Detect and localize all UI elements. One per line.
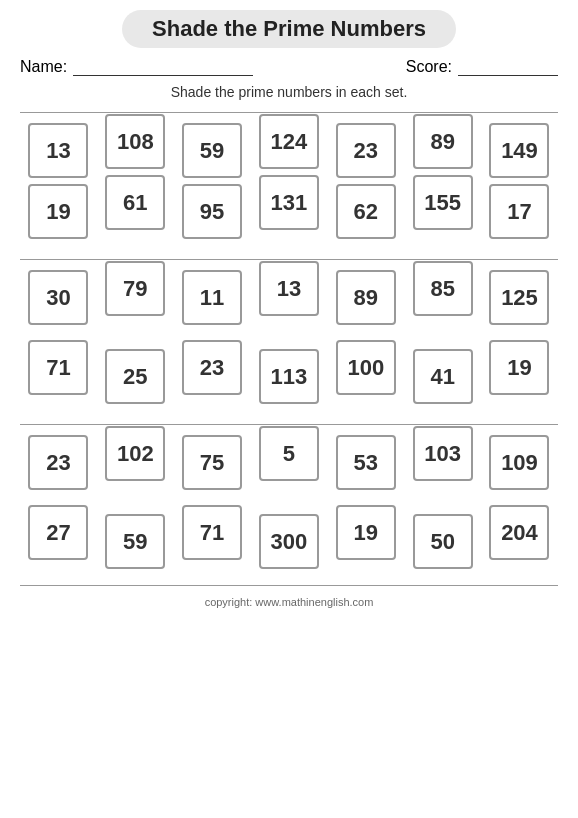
score-input-line: [458, 58, 558, 76]
copyright-text: copyright: www.mathinenglish.com: [20, 596, 558, 608]
number-box[interactable]: 155: [413, 175, 473, 230]
section-2: 3079111389851257125231131004119: [20, 259, 558, 420]
number-box[interactable]: 108: [105, 114, 165, 169]
number-box[interactable]: 300: [259, 514, 319, 569]
number-box[interactable]: 23: [182, 340, 242, 395]
number-box[interactable]: 125: [489, 270, 549, 325]
number-box[interactable]: 71: [182, 505, 242, 560]
number-box[interactable]: 102: [105, 426, 165, 481]
number-box[interactable]: 79: [105, 261, 165, 316]
number-box[interactable]: 85: [413, 261, 473, 316]
number-box[interactable]: 53: [336, 435, 396, 490]
number-box[interactable]: 100: [336, 340, 396, 395]
name-label: Name:: [20, 58, 67, 76]
number-box[interactable]: 23: [28, 435, 88, 490]
number-box[interactable]: 19: [489, 340, 549, 395]
number-box[interactable]: 27: [28, 505, 88, 560]
name-input-line: [73, 58, 253, 76]
number-box[interactable]: 13: [28, 123, 88, 178]
number-box[interactable]: 13: [259, 261, 319, 316]
number-box[interactable]: 23: [336, 123, 396, 178]
section-2-row-2: 7125231131004119: [20, 331, 558, 404]
number-box[interactable]: 5: [259, 426, 319, 481]
number-box[interactable]: 113: [259, 349, 319, 404]
score-label: Score:: [406, 58, 452, 76]
number-box[interactable]: 30: [28, 270, 88, 325]
number-box[interactable]: 89: [336, 270, 396, 325]
section-1-row-1: 13108591242389149: [20, 123, 558, 178]
section-1: 131085912423891491961951316215517: [20, 112, 558, 255]
number-box[interactable]: 71: [28, 340, 88, 395]
number-box[interactable]: 59: [105, 514, 165, 569]
number-box[interactable]: 19: [28, 184, 88, 239]
number-box[interactable]: 204: [489, 505, 549, 560]
section-3-row-1: 2310275553103109: [20, 435, 558, 490]
number-box[interactable]: 109: [489, 435, 549, 490]
section-3: 23102755531031092759713001950204: [20, 424, 558, 586]
number-box[interactable]: 25: [105, 349, 165, 404]
section-1-row-2: 1961951316215517: [20, 184, 558, 239]
sections-container: 1310859124238914919619513162155173079111…: [20, 112, 558, 586]
number-box[interactable]: 124: [259, 114, 319, 169]
number-box[interactable]: 19: [336, 505, 396, 560]
number-box[interactable]: 62: [336, 184, 396, 239]
number-box[interactable]: 59: [182, 123, 242, 178]
number-box[interactable]: 131: [259, 175, 319, 230]
number-box[interactable]: 41: [413, 349, 473, 404]
number-box[interactable]: 95: [182, 184, 242, 239]
number-box[interactable]: 149: [489, 123, 549, 178]
instructions-text: Shade the prime numbers in each set.: [20, 84, 558, 100]
number-box[interactable]: 61: [105, 175, 165, 230]
page-title: Shade the Prime Numbers: [122, 10, 456, 48]
section-2-row-1: 307911138985125: [20, 270, 558, 325]
number-box[interactable]: 75: [182, 435, 242, 490]
number-box[interactable]: 17: [489, 184, 549, 239]
section-3-row-2: 2759713001950204: [20, 496, 558, 569]
number-box[interactable]: 89: [413, 114, 473, 169]
number-box[interactable]: 50: [413, 514, 473, 569]
number-box[interactable]: 11: [182, 270, 242, 325]
number-box[interactable]: 103: [413, 426, 473, 481]
